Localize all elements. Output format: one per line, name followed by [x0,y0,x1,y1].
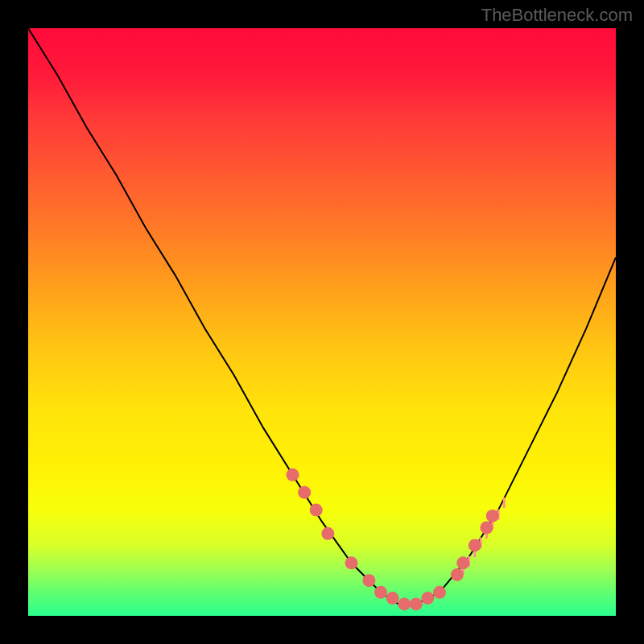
highlight-dot [410,597,423,610]
highlight-dot [310,504,323,517]
highlight-dot [451,568,464,581]
highlight-dot [433,586,446,599]
highlight-dot [374,586,387,599]
highlight-dot [345,556,358,569]
highlight-dot [486,510,499,522]
highlight-dot [321,527,334,540]
watermark-text: TheBottleneck.com [481,5,633,26]
highlight-dot [421,592,434,605]
highlight-dot [480,522,493,535]
bottleneck-curve [28,28,616,604]
chart-svg [28,28,616,616]
highlight-dot [398,597,411,610]
highlight-dot [298,486,311,499]
highlight-dot [362,574,375,587]
highlight-dot [287,469,299,481]
highlight-dot [469,539,481,551]
chart-plot-area [28,28,616,616]
highlight-dot [386,592,399,605]
highlight-dot [456,556,469,569]
highlight-markers [287,469,499,611]
